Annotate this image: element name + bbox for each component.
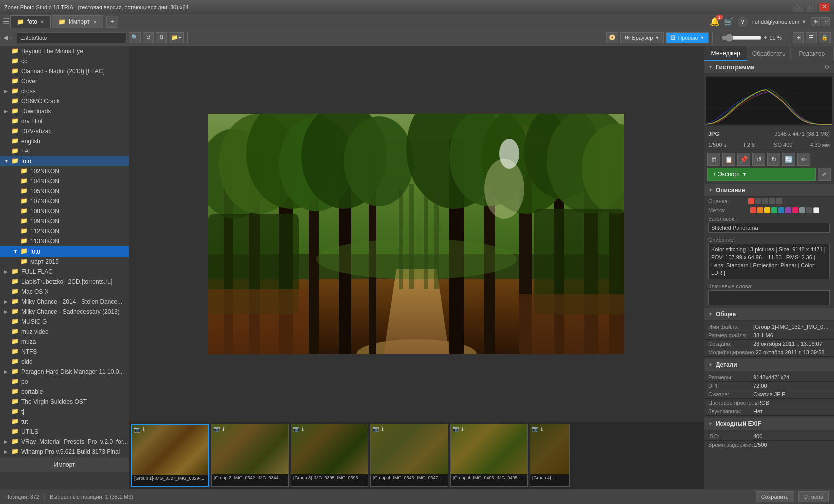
tab-manager[interactable]: Менеджер — [704, 46, 747, 61]
close-button[interactable]: ✕ — [819, 3, 830, 12]
thumbnail-item-2[interactable]: 📷 ℹ [Group 2]-IMG_0342_IMG_0344-... — [211, 424, 289, 487]
sort-button[interactable]: ⇅ — [156, 32, 167, 43]
thumbnail-item-5[interactable]: 📷 ℹ [Group 4]-IMG_0403_IMG_0405-... — [450, 424, 528, 487]
zoom-in-icon[interactable]: + — [764, 34, 767, 41]
tree-item-po[interactable]: 📁 po — [0, 377, 129, 387]
color-mark-red[interactable] — [750, 207, 756, 213]
tree-item-clannad[interactable]: 📁 Clannad - Nadur (2013) [FLAC] — [0, 66, 129, 76]
help-button[interactable]: ? — [738, 17, 748, 27]
histogram-gear-icon[interactable]: ⚙ — [824, 64, 830, 71]
tree-item-109nikon[interactable]: 📁 109NIKON — [0, 216, 129, 226]
thumbnail-item-4[interactable]: 📷 ℹ [Group 4]-IMG_0345_IMG_0347-... — [370, 424, 448, 487]
rotate-left-btn[interactable]: ↺ — [752, 153, 765, 166]
edit-btn[interactable]: ✏ — [797, 153, 810, 166]
zoom-slider[interactable] — [722, 34, 762, 41]
tab-close-icon[interactable]: ✕ — [40, 19, 44, 25]
exif-section-header[interactable]: ▼ Исходный EXIF — [704, 418, 834, 430]
nav-forward-icon[interactable]: ▶ — [10, 34, 15, 41]
color-mark-green[interactable] — [771, 207, 777, 213]
new-folder-button[interactable]: 📁+ — [169, 32, 184, 43]
image-preview[interactable] — [129, 46, 704, 421]
search-button[interactable]: 🔍 — [129, 32, 141, 43]
desc-value[interactable]: Kolor stitching | 3 pictures | Size: 914… — [708, 244, 830, 279]
tree-item-oldd[interactable]: 📁 oldd — [0, 357, 129, 367]
rotate-right-btn[interactable]: ↻ — [767, 153, 780, 166]
tree-item-milky2[interactable]: ▶ 📁 Milky Chance - Sadnecessary (2013) — [0, 307, 129, 317]
hamburger-menu[interactable]: ☰ — [2, 16, 10, 28]
star-3[interactable] — [762, 198, 768, 204]
tree-item-104nikon[interactable]: 📁 104NIKON — [0, 176, 129, 186]
tree-item-cs6mc[interactable]: 📁 CS6MC Crack — [0, 96, 129, 106]
color-mark-blue[interactable] — [778, 207, 784, 213]
tab-foto[interactable]: 📁 foto ✕ — [10, 15, 51, 28]
tab-editor[interactable]: Редактор — [791, 46, 834, 61]
tree-item-beyond[interactable]: 📁 Beyond The Minus Eye — [0, 46, 129, 56]
tree-item-102nikon[interactable]: 📁 102NIKON — [0, 166, 129, 176]
color-mark-yellow[interactable] — [764, 207, 770, 213]
tree-item-tj[interactable]: 📁 tj — [0, 407, 129, 417]
share-button[interactable]: ⇗ — [818, 168, 831, 181]
paste-button[interactable]: 📌 — [737, 153, 750, 166]
keywords-input[interactable] — [708, 290, 830, 305]
tree-item-107nikon[interactable]: 📁 107NIKON — [0, 196, 129, 206]
star-5[interactable] — [776, 198, 782, 204]
copy-button[interactable]: 📋 — [722, 153, 735, 166]
star-4[interactable] — [769, 198, 775, 204]
detail-view-btn[interactable]: ☰ — [806, 32, 817, 43]
convert-btn[interactable]: 🔄 — [782, 153, 795, 166]
tree-item-full-flac[interactable]: ▶ 📁 FULL FLAC — [0, 267, 129, 277]
histogram-section-header[interactable]: ▼ Гистограмма ⚙ — [704, 61, 834, 74]
title-value[interactable]: Stitched Panorama — [708, 223, 830, 233]
tree-item-foto-parent[interactable]: ▼ 📁 foto — [0, 156, 129, 166]
thumbnail-item-3[interactable]: 📷 ℹ [Group 3]-IMG_0395_IMG_0396-... — [291, 424, 368, 487]
minimize-button[interactable]: – — [793, 3, 804, 12]
tree-item-drv-flint[interactable]: 📁 drv Flint — [0, 116, 129, 126]
layout-btn-1[interactable]: ⊞ — [811, 17, 820, 26]
delete-button[interactable]: 🗑 — [707, 153, 720, 166]
tree-item-paragon[interactable]: ▶ 📁 Paragon Hard Disk Manager 11 10.0... — [0, 367, 129, 377]
tree-item-cover[interactable]: 📁 Cover — [0, 76, 129, 86]
tree-item-macos[interactable]: 📁 Mac OS X — [0, 287, 129, 297]
tree-item-downloads[interactable]: ▶ 📁 Downloads — [0, 106, 129, 116]
user-account[interactable]: nohdd@yahoo.com ▼ — [752, 19, 807, 25]
tree-item-foto-child[interactable]: ▼ 📁 foto — [0, 246, 129, 257]
star-2[interactable] — [755, 198, 761, 204]
thumbnail-item-1[interactable]: 📷 ℹ [Group 1]-IMG_0327_IMG_0329-... — [131, 424, 209, 487]
tree-item-mart[interactable]: 📁 март 2015 — [0, 257, 129, 267]
color-mark-orange[interactable] — [757, 207, 763, 213]
preview-view-btn[interactable]: 🖼 Превью ▼ — [666, 32, 709, 43]
color-mark-gray1[interactable] — [799, 207, 805, 213]
browser-view-btn[interactable]: ⊞ Браузер ▼ — [620, 32, 664, 43]
tree-item-108nikon[interactable]: 📁 108NIKON — [0, 206, 129, 216]
tree-item-fat[interactable]: 📁 FAT — [0, 146, 129, 156]
color-mark-white[interactable] — [813, 207, 819, 213]
tree-item-ntfs[interactable]: 📁 NTFS — [0, 347, 129, 357]
tree-item-muz-video[interactable]: 📁 muz video — [0, 327, 129, 337]
layout-btn-2[interactable]: ⊡ — [821, 17, 830, 26]
star-1[interactable] — [748, 198, 754, 204]
grid-view-btn[interactable]: ⊞ — [793, 32, 804, 43]
tree-item-112nikon[interactable]: 📁 112NIKON — [0, 226, 129, 236]
details-section-header[interactable]: ▼ Детали — [704, 359, 834, 371]
lock-btn[interactable]: 🔒 — [819, 32, 831, 43]
import-button[interactable]: Импорт — [0, 457, 129, 472]
tab-import[interactable]: 📁 Импорт ✕ — [52, 15, 103, 28]
tree-item-utils[interactable]: 📁 UTILS — [0, 427, 129, 437]
color-mark-purple[interactable] — [785, 207, 791, 213]
notification-badge[interactable]: 🔔 1 — [710, 17, 720, 26]
color-mark-gray2[interactable] — [806, 207, 812, 213]
color-mark-pink[interactable] — [792, 207, 798, 213]
export-button[interactable]: ↑ Экспорт ▼ — [707, 168, 816, 181]
thumbnail-item-6[interactable]: 📷 ℹ [Group 4]-... — [530, 424, 570, 487]
tree-item-muza[interactable]: 📁 muza — [0, 337, 129, 347]
cart-icon[interactable]: 🛒 — [724, 17, 734, 26]
tab-process[interactable]: Обработать — [747, 46, 790, 61]
nav-back-icon[interactable]: ◀ — [3, 34, 8, 41]
tree-item-virgin-suicides[interactable]: 📁 The Virgin Suicides OST — [0, 397, 129, 407]
tree-item-music-g[interactable]: 📁 MUSIC G — [0, 317, 129, 327]
maximize-button[interactable]: □ — [806, 3, 817, 12]
refresh-button[interactable]: ↺ — [143, 32, 154, 43]
address-bar[interactable] — [17, 32, 127, 43]
layout-options[interactable]: ⊞ ⊡ — [811, 17, 830, 26]
tab-import-close-icon[interactable]: ✕ — [93, 19, 97, 25]
